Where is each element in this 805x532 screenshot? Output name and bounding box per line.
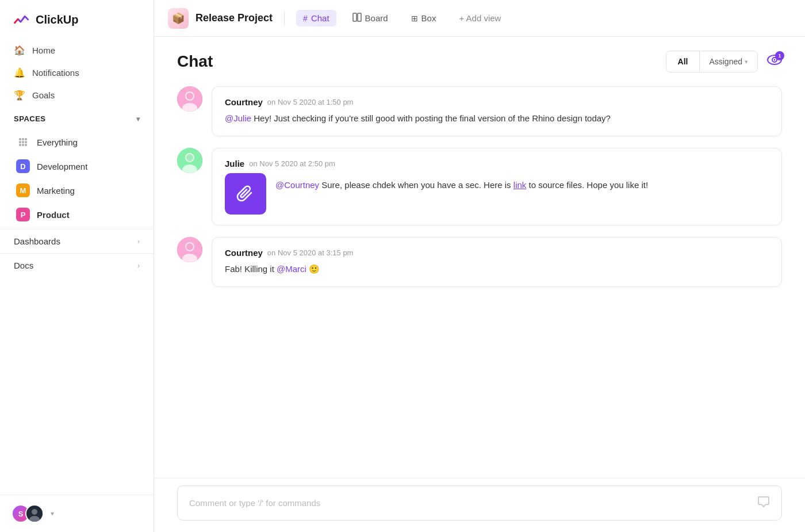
msg-content-2a: Sure, please chdek when you have a sec. … xyxy=(321,180,513,190)
project-title-area: 📦 Release Project xyxy=(168,8,273,29)
avatar-courtney-2 xyxy=(177,237,202,262)
svg-point-1 xyxy=(25,138,27,140)
development-label: Development xyxy=(37,162,87,171)
everything-icon xyxy=(16,135,30,149)
docs-chevron-icon: › xyxy=(137,261,140,270)
chat-title: Chat xyxy=(177,52,213,71)
svg-point-4 xyxy=(22,138,24,140)
message-row: Courtney on Nov 5 2020 at 1:50 pm @Julie… xyxy=(177,86,782,136)
project-name: Release Project xyxy=(195,12,273,24)
everything-label: Everything xyxy=(37,137,78,147)
svg-point-0 xyxy=(19,138,21,140)
tab-board[interactable]: Board xyxy=(346,9,395,27)
box-tab-icon: ⊞ xyxy=(411,14,418,23)
assigned-chevron-icon: ▾ xyxy=(745,58,748,66)
message-meta-3: Courtney on Nov 5 2020 at 3:15 pm xyxy=(225,248,769,258)
sidebar-nav: 🏠 Home 🔔 Notifications 🏆 Goals xyxy=(0,39,154,106)
avatar-m[interactable] xyxy=(25,504,44,523)
avatar-julie xyxy=(177,148,202,173)
svg-point-6 xyxy=(25,141,27,143)
msg-text-3: Fab! Killing it @Marci 🙂 xyxy=(225,262,769,276)
message-bubble-1: Courtney on Nov 5 2020 at 1:50 pm @Julie… xyxy=(212,86,782,136)
msg-text-1: @Julie Hey! Just checking if you're stil… xyxy=(225,112,769,125)
trophy-icon: 🏆 xyxy=(14,90,25,101)
tab-box[interactable]: ⊞ Box xyxy=(404,10,443,26)
message-meta-2: Julie on Nov 5 2020 at 2:50 pm xyxy=(225,159,769,169)
tab-chat[interactable]: # Chat xyxy=(296,10,336,26)
spaces-label: Spaces xyxy=(14,114,46,123)
svg-point-24 xyxy=(186,154,193,161)
sidebar-item-home-label: Home xyxy=(32,45,55,55)
sidebar-item-notifications[interactable]: 🔔 Notifications xyxy=(7,62,147,84)
svg-point-2 xyxy=(19,144,21,146)
marketing-label: Marketing xyxy=(37,186,75,196)
sidebar-item-development[interactable]: D Development xyxy=(2,154,151,178)
chat-header: Chat All Assigned ▾ 1 xyxy=(154,37,805,82)
svg-point-10 xyxy=(32,509,37,515)
home-icon: 🏠 xyxy=(14,45,25,56)
msg-content-2b: to source files. Hope you like it! xyxy=(528,180,648,190)
sidebar: ClickUp 🏠 Home 🔔 Notifications 🏆 Goals S… xyxy=(0,0,154,532)
message-bubble-3: Courtney on Nov 5 2020 at 3:15 pm Fab! K… xyxy=(212,237,782,287)
sidebar-item-goals[interactable]: 🏆 Goals xyxy=(7,84,147,106)
source-link[interactable]: link xyxy=(513,180,527,190)
mention-marci[interactable]: @Marci xyxy=(277,264,306,274)
add-view-button[interactable]: + Add view xyxy=(452,10,508,26)
msg-time-2: on Nov 5 2020 at 2:50 pm xyxy=(249,159,335,168)
svg-point-28 xyxy=(186,243,193,250)
sidebar-item-marketing[interactable]: M Marketing xyxy=(2,178,151,202)
msg-time-3: on Nov 5 2020 at 3:15 pm xyxy=(267,248,354,257)
user-dropdown-icon[interactable]: ▾ xyxy=(51,510,54,518)
watch-button[interactable]: 1 xyxy=(767,53,782,70)
msg-content-3a: Fab! Killing it xyxy=(225,264,277,274)
sidebar-item-notifications-label: Notifications xyxy=(32,68,79,78)
msg-content-1: Hey! Just checking if you're still good … xyxy=(254,113,611,123)
filter-all-button[interactable]: All xyxy=(666,52,700,71)
user-avatars: S xyxy=(12,504,44,523)
main-content: 📦 Release Project # Chat Board ⊞ Box + A… xyxy=(154,0,805,532)
logo-area: ClickUp xyxy=(0,0,154,39)
chat-area: Chat All Assigned ▾ 1 xyxy=(154,37,805,532)
msg-author-1: Courtney xyxy=(225,97,263,107)
svg-point-8 xyxy=(22,141,24,143)
comment-placeholder: Comment or type '/' for commands xyxy=(189,498,320,508)
mention-julie[interactable]: @Julie xyxy=(225,113,251,123)
clickup-logo-icon xyxy=(12,10,30,29)
development-badge: D xyxy=(16,159,30,173)
chat-tab-label: Chat xyxy=(311,13,329,23)
sidebar-item-docs[interactable]: Docs › xyxy=(0,253,154,277)
comment-icon xyxy=(757,495,770,511)
sidebar-item-dashboards[interactable]: Dashboards › xyxy=(0,229,154,253)
chat-tab-icon: # xyxy=(303,14,308,23)
msg-time-1: on Nov 5 2020 at 1:50 pm xyxy=(267,98,354,106)
product-label: Product xyxy=(37,210,70,220)
topbar: 📦 Release Project # Chat Board ⊞ Box + A… xyxy=(154,0,805,37)
spaces-section-header[interactable]: Spaces ▾ xyxy=(0,106,154,128)
board-tab-label: Board xyxy=(365,13,388,23)
mention-courtney[interactable]: @Courtney xyxy=(275,180,319,190)
message-meta-1: Courtney on Nov 5 2020 at 1:50 pm xyxy=(225,97,769,107)
dashboards-label: Dashboards xyxy=(14,236,60,246)
dashboards-chevron-icon: › xyxy=(137,237,140,246)
svg-point-16 xyxy=(774,59,776,61)
chat-filters: All Assigned ▾ xyxy=(666,51,758,72)
sidebar-item-home[interactable]: 🏠 Home xyxy=(7,39,147,62)
filter-assigned-button[interactable]: Assigned ▾ xyxy=(700,52,757,71)
msg-author-2: Julie xyxy=(225,159,244,169)
sidebar-bottom: S ▾ xyxy=(0,495,154,532)
sidebar-item-everything[interactable]: Everything xyxy=(2,130,151,154)
add-view-label: + Add view xyxy=(459,13,501,23)
msg-author-3: Courtney xyxy=(225,248,263,258)
docs-label: Docs xyxy=(14,261,33,270)
message-row: Courtney on Nov 5 2020 at 3:15 pm Fab! K… xyxy=(177,237,782,287)
emoji-smile: 🙂 xyxy=(309,264,320,274)
comment-box-wrapper: Comment or type '/' for commands xyxy=(154,478,805,532)
comment-box[interactable]: Comment or type '/' for commands xyxy=(177,485,782,520)
svg-point-3 xyxy=(25,144,27,146)
notification-badge: 1 xyxy=(775,51,784,60)
attachment-icon[interactable] xyxy=(225,173,266,215)
product-badge: P xyxy=(16,208,30,221)
project-icon: 📦 xyxy=(168,8,189,29)
sidebar-item-product[interactable]: P Product xyxy=(2,202,151,227)
spaces-list: Everything D Development M Marketing P P… xyxy=(0,128,154,229)
